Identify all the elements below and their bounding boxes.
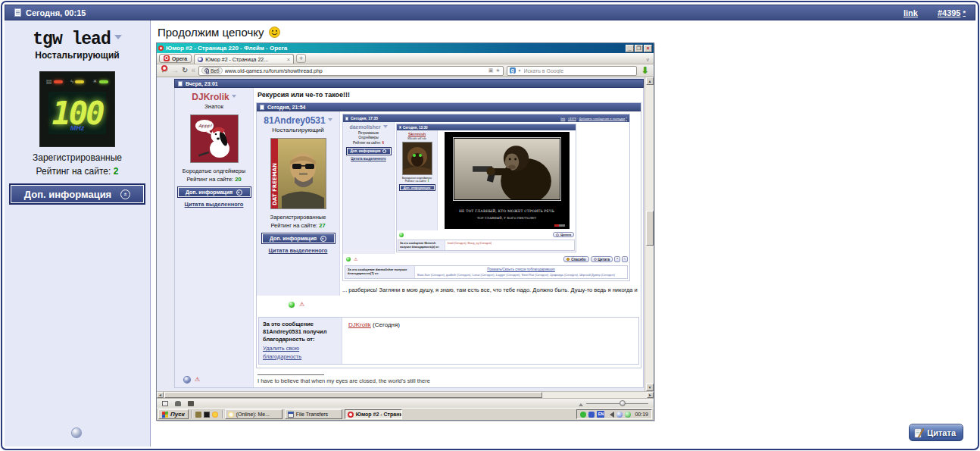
post4-username[interactable]: Skirmish	[408, 132, 426, 136]
post1-username[interactable]: DJKrolik	[192, 92, 236, 102]
bookmark-star-icon[interactable]: ★	[495, 67, 500, 74]
post3-report-icon[interactable]: ⚠	[354, 257, 357, 262]
url-field[interactable]: Веб www.old-games.ru/forum/showthread.ph…	[198, 66, 504, 76]
quicklaunch-opera-icon[interactable]	[161, 65, 167, 71]
zoom-slider[interactable]	[586, 403, 648, 404]
post3-block: Сегодня, 17:35 link · #4379 · Добавить с…	[342, 114, 630, 281]
tray-green-icon[interactable]	[625, 412, 631, 418]
rating-value: 2	[114, 166, 119, 177]
search-engine-caret-icon[interactable]: ▼	[518, 68, 522, 73]
download-arrow-icon[interactable]: ⬇	[640, 66, 650, 75]
tray-blue-icon[interactable]	[616, 412, 623, 418]
post-star-link[interactable]: *	[963, 9, 966, 17]
scroll-down-icon[interactable]: ▼	[646, 384, 654, 391]
quote-button[interactable]: Цитата	[909, 424, 963, 441]
quote-pen-icon	[556, 233, 559, 236]
tab-list-chevron-icon[interactable]: v	[647, 57, 652, 64]
rewind-icon[interactable]: «	[191, 67, 195, 74]
camera-icon[interactable]: ▣	[488, 67, 494, 74]
post1-user-caret-icon[interactable]	[232, 95, 236, 100]
post1-quote-selected-link[interactable]: Цитата выделенного	[185, 201, 244, 208]
tab-close-icon[interactable]: ×	[287, 56, 291, 63]
quicklaunch-icon-2[interactable]	[204, 412, 210, 418]
search-placeholder[interactable]: Искать в Google	[524, 68, 564, 74]
post3-quote-selected-link[interactable]: Цитата выделенного	[351, 157, 386, 161]
post2-username[interactable]: 81Andrey0531	[264, 115, 332, 126]
post4-quote-button[interactable]: Цитата	[553, 232, 574, 237]
post2-quote-selected-link[interactable]: Цитата выделенного	[269, 247, 328, 254]
tray-skype-icon[interactable]	[580, 412, 586, 418]
post3-star-link[interactable]: *	[626, 117, 627, 121]
post3-info-button[interactable]: Доп. информация«	[347, 148, 391, 155]
language-indicator[interactable]: EN	[597, 411, 604, 418]
username-dropdown-icon[interactable]	[114, 35, 122, 43]
scroll-right-icon[interactable]: ►	[647, 392, 654, 398]
post3-thanks-names[interactable]: Bato-San (Сегодня), gudleifr (Сегодня), …	[417, 273, 625, 277]
sync-icon[interactable]	[175, 401, 181, 406]
post3-user-rating: Рейтинг на сайте: 6	[353, 141, 384, 145]
post4-content: НЕ ТОТ ГЛАВНЫЙ, КТО МОЖЕТ СТРОИТЬ РЕЧЬ Т…	[438, 130, 576, 230]
post1-info-button[interactable]: Доп. информация«	[178, 187, 251, 197]
new-tab-button[interactable]: +	[296, 54, 306, 63]
url-text[interactable]: www.old-games.ru/forum/showthread.php	[225, 68, 486, 74]
quicklaunch-icon-4[interactable]	[212, 412, 218, 418]
demotivator-image[interactable]: НЕ ТОТ ГЛАВНЫЙ, КТО МОЖЕТ СТРОИТЬ РЕЧЬ Т…	[445, 132, 570, 229]
post-number-link[interactable]: #4395	[938, 8, 961, 17]
close-button[interactable]: ×	[644, 45, 652, 52]
task-button-online[interactable]: (Online): Me...	[225, 409, 282, 419]
post3-multiquote-button[interactable]: ❝	[614, 256, 620, 262]
zoom-control	[579, 401, 648, 406]
vertical-scroll-thumb[interactable]	[646, 211, 654, 246]
post1-avatar[interactable]: Аррр!	[190, 114, 239, 163]
post1-report-icon[interactable]: ⚠	[195, 377, 200, 383]
tab-active[interactable]: Юмор #2 - Страница 22... ×	[194, 54, 294, 64]
capture-icon[interactable]	[188, 401, 194, 406]
more-info-button[interactable]: Доп. информация«	[11, 185, 144, 203]
forward-icon[interactable]: →	[171, 67, 179, 74]
demotivator-caption2: ТОТ ГЛАВНЫЙ, У КОГО ПИСТОЛЕТ	[445, 216, 570, 220]
panels-icon[interactable]	[162, 401, 168, 406]
post4-avatar[interactable]	[402, 142, 432, 175]
search-field[interactable]: g ▼ Искать в Google	[507, 66, 637, 76]
task-button-file-transfers[interactable]: File Transfers	[285, 409, 342, 419]
post3-number-link[interactable]: #4379	[568, 117, 576, 121]
remove-thanks-link[interactable]: Удалить свою благодарность	[263, 345, 338, 360]
volume-icon[interactable]	[607, 412, 614, 418]
post3-user-caret-icon[interactable]	[383, 125, 388, 130]
post3-bookmark-link[interactable]: Добавить сообщение в закладки	[579, 117, 626, 121]
username[interactable]: tgw lead	[5, 30, 150, 49]
restore-button[interactable]: ❐	[635, 45, 643, 52]
post4-info-button[interactable]: Доп. информация	[400, 185, 435, 190]
post2-header: Сегодня, 21:54	[257, 103, 641, 111]
zoom-out-icon[interactable]	[579, 401, 583, 406]
vertical-scrollbar[interactable]: ▲ ▼	[644, 77, 654, 391]
post4-thanks-names[interactable]: kreol (Сегодня), Sharp_ey (Сегодня)	[445, 240, 574, 250]
scroll-up-icon[interactable]: ▲	[646, 77, 654, 85]
post2-report-icon[interactable]: ⚠	[299, 302, 304, 308]
opera-menu-button[interactable]: O Opera	[159, 54, 192, 63]
post3-quote-button[interactable]: Цитата	[591, 256, 613, 262]
horizontal-scrollbar[interactable]: ◄ ►	[157, 391, 654, 398]
scroll-left-icon[interactable]: ◄	[157, 392, 164, 398]
post3-username[interactable]: daemolisher	[349, 124, 387, 130]
tray-icq-icon[interactable]	[588, 412, 595, 418]
thanks-user-link[interactable]: DJKrolik	[348, 321, 371, 328]
task-button-opera[interactable]: Юмор #2 - Страни...	[345, 409, 402, 419]
post3-quickreply-button[interactable]: ✎	[622, 256, 628, 262]
user-avatar[interactable]: ▤ ϟ ☀ 100 MHz	[39, 71, 115, 147]
post3-header-links: link · #4379 · Добавить сообщение в закл…	[560, 117, 627, 121]
post3-link[interactable]: link	[560, 117, 565, 121]
quicklaunch-icon-1[interactable]	[195, 412, 201, 418]
post3-thanks-button[interactable]: Спасибо	[563, 256, 588, 262]
post2-user-caret-icon[interactable]	[328, 118, 332, 124]
minimize-button[interactable]: _	[626, 45, 634, 52]
reload-icon[interactable]: ↻	[182, 67, 188, 74]
post2-info-button[interactable]: Доп. информация«	[262, 233, 335, 243]
post2-avatar[interactable]: DAT FREEMAN	[270, 138, 326, 209]
windows-logo-icon	[162, 411, 168, 418]
horizontal-scroll-thumb[interactable]	[164, 392, 542, 398]
zoom-slider-knob[interactable]	[620, 400, 626, 406]
start-button[interactable]: Пуск	[158, 409, 189, 419]
post3-thanks-toggle-link[interactable]: Показать/Скрыть список поблагодаривших	[487, 268, 555, 271]
post-link[interactable]: link	[904, 8, 918, 17]
